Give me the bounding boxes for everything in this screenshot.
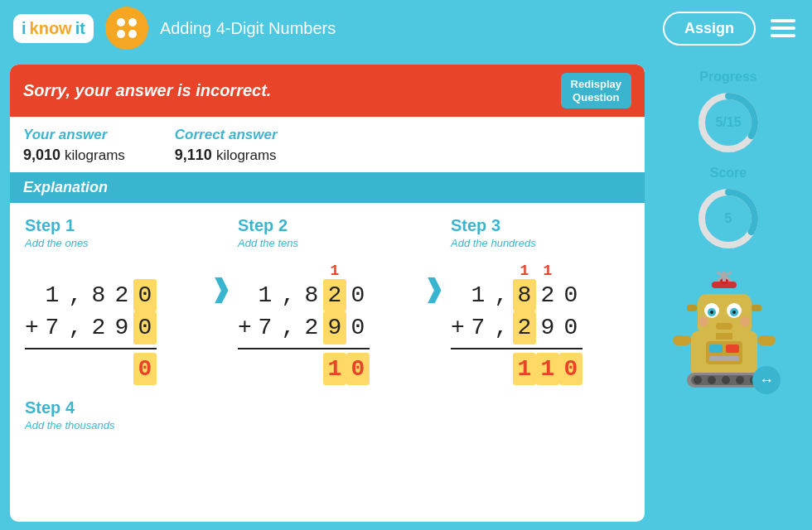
mascot-container: ↔ <box>666 265 790 398</box>
svg-rect-35 <box>709 356 739 361</box>
step-3-subtitle: Add the hundreds <box>451 237 536 249</box>
redisplay-button[interactable]: RedisplayQuestion <box>561 73 631 108</box>
svg-rect-24 <box>757 335 776 345</box>
step-1-block: Step 1 Add the ones 1 , 8 2 0 <box>18 216 210 385</box>
logo-text: i <box>22 19 27 38</box>
step-1-title: Step 1 <box>25 216 75 235</box>
dot <box>117 30 125 38</box>
main-content: Sorry, your answer is incorrect. Redispl… <box>0 56 812 530</box>
progress-section: Progress 5/15 <box>695 70 761 156</box>
correct-answer-col: Correct answer 9,110 kilograms <box>175 127 278 164</box>
menu-button[interactable] <box>767 16 799 41</box>
score-section: Score 5 <box>695 166 761 252</box>
svg-rect-21 <box>752 305 761 311</box>
svg-rect-22 <box>716 333 732 340</box>
svg-point-28 <box>708 376 716 384</box>
dots-icon <box>117 18 137 38</box>
progress-label: Progress <box>699 70 756 84</box>
score-ring: 5 <box>695 186 761 252</box>
logo: i know it <box>13 14 94 43</box>
step-3-title: Step 3 <box>451 216 500 235</box>
answer-section: Your answer 9,010 kilograms Correct answ… <box>10 117 645 172</box>
step-3-block: Step 3 Add the hundreds 11 1 , 8 2 0 <box>444 216 636 385</box>
correct-answer-value: 9,110 kilograms <box>175 147 278 164</box>
menu-icon-line <box>771 26 795 30</box>
svg-point-16 <box>732 311 736 314</box>
arrow-icon: ↔ <box>759 372 774 389</box>
step-2-block: Step 2 Add the tens 1 1 , 8 2 0 <box>231 216 423 385</box>
steps-area: Step 1 Add the ones 1 , 8 2 0 <box>10 203 645 522</box>
your-answer-label: Your answer <box>23 127 125 143</box>
svg-rect-17 <box>716 323 732 330</box>
step-2-subtitle: Add the tens <box>238 237 298 249</box>
svg-point-30 <box>736 376 744 384</box>
svg-point-19 <box>740 316 750 326</box>
step-1-subtitle: Add the ones <box>25 237 89 249</box>
svg-rect-20 <box>687 305 697 311</box>
sidebar: Progress 5/15 Score 5 <box>655 65 802 522</box>
svg-rect-34 <box>726 344 739 353</box>
menu-icon-line <box>771 34 795 37</box>
explanation-header: Explanation <box>10 172 645 203</box>
progress-ring: 5/15 <box>695 89 761 156</box>
step-2-title: Step 2 <box>238 216 288 235</box>
incorrect-banner: Sorry, your answer is incorrect. Redispl… <box>10 65 645 117</box>
svg-rect-23 <box>673 335 691 345</box>
svg-point-18 <box>698 316 708 326</box>
dot <box>128 30 137 38</box>
incorrect-message: Sorry, your answer is incorrect. <box>23 81 271 100</box>
next-arrow-button[interactable]: ↔ <box>752 366 781 394</box>
step-4-subtitle: Add the thousands <box>25 419 630 431</box>
menu-icon-line <box>771 19 795 22</box>
chevron-1-icon: ❱ <box>210 224 231 303</box>
step-1-math: 1 , 8 2 0 + 7 , 2 9 0 <box>25 261 157 385</box>
correct-answer-label: Correct answer <box>175 127 278 143</box>
svg-point-15 <box>710 311 713 314</box>
dot <box>117 18 125 26</box>
svg-rect-33 <box>709 344 723 353</box>
step-2-math: 1 1 , 8 2 0 + 7 , 2 <box>238 261 370 385</box>
score-value: 5 <box>725 211 732 226</box>
step-4-title: Step 4 <box>25 398 630 417</box>
logo-text: it <box>75 19 85 38</box>
content-panel: Sorry, your answer is incorrect. Redispl… <box>10 65 645 522</box>
step-4-block: Step 4 Add the thousands <box>18 398 636 431</box>
step-3-math: 11 1 , 8 2 0 + 7 , 2 <box>451 261 582 385</box>
progress-value: 5/15 <box>715 115 741 130</box>
assign-button[interactable]: Assign <box>663 12 756 46</box>
svg-point-27 <box>694 376 702 384</box>
dot <box>128 18 137 26</box>
your-answer-col: Your answer 9,010 kilograms <box>23 127 125 164</box>
chevron-2-icon: ❱ <box>423 224 444 303</box>
steps-row: Step 1 Add the ones 1 , 8 2 0 <box>18 216 636 385</box>
your-answer-value: 9,010 kilograms <box>23 147 125 164</box>
page-title: Adding 4-Digit Numbers <box>160 19 651 38</box>
logo-text: know <box>30 19 72 38</box>
subject-icon <box>105 7 148 50</box>
svg-point-29 <box>722 376 730 384</box>
score-label: Score <box>710 166 747 181</box>
header: i know it Adding 4-Digit Numbers Assign <box>0 0 812 56</box>
